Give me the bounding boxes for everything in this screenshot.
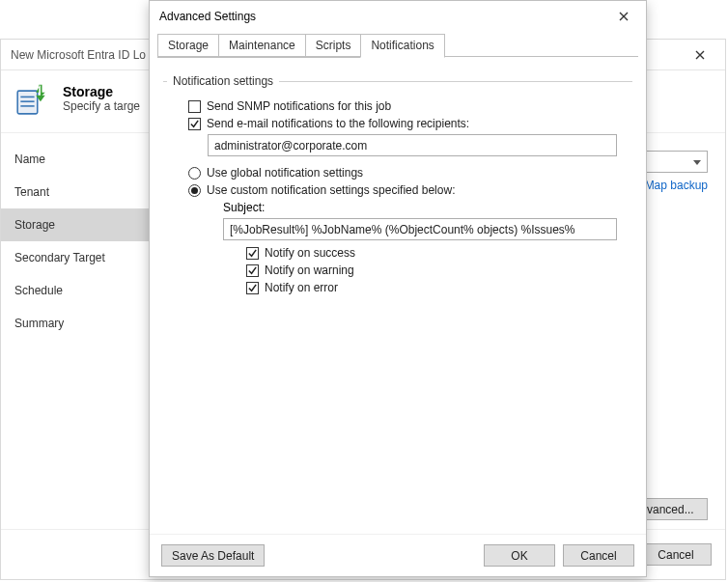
save-as-default-button[interactable]: Save As Default bbox=[161, 544, 265, 567]
wizard-title: New Microsoft Entra ID Lo bbox=[11, 48, 146, 62]
notify-warning-label: Notify on warning bbox=[265, 263, 354, 277]
advanced-settings-dialog: Advanced Settings Storage Maintenance Sc… bbox=[149, 0, 647, 577]
tab-maintenance[interactable]: Maintenance bbox=[218, 34, 306, 58]
nav-item-tenant[interactable]: Tenant bbox=[1, 176, 153, 208]
dialog-close-button[interactable] bbox=[607, 4, 640, 29]
use-custom-label: Use custom notification settings specifi… bbox=[207, 183, 455, 197]
wizard-nav: Name Tenant Storage Secondary Target Sch… bbox=[1, 133, 154, 532]
snmp-checkbox[interactable] bbox=[188, 100, 201, 113]
ok-button[interactable]: OK bbox=[484, 544, 555, 567]
tab-storage[interactable]: Storage bbox=[157, 34, 219, 58]
subject-label: Subject: bbox=[223, 201, 629, 214]
use-custom-radio[interactable] bbox=[188, 184, 201, 197]
wizard-step-title: Storage bbox=[63, 84, 140, 99]
email-recipients-input[interactable]: administrator@corporate.com bbox=[208, 134, 617, 156]
cancel-button[interactable]: Cancel bbox=[563, 544, 634, 567]
tab-scripts[interactable]: Scripts bbox=[305, 34, 362, 58]
email-checkbox[interactable] bbox=[188, 118, 201, 130]
wizard-step-subtitle: Specify a targe bbox=[63, 99, 140, 113]
subject-input[interactable]: [%JobResult%] %JobName% (%ObjectCount% o… bbox=[223, 218, 617, 240]
notify-success-label: Notify on success bbox=[265, 246, 355, 260]
dialog-title: Advanced Settings bbox=[159, 10, 256, 23]
nav-item-secondary-target[interactable]: Secondary Target bbox=[1, 241, 153, 274]
use-global-radio[interactable] bbox=[188, 167, 201, 180]
storage-icon bbox=[13, 78, 53, 119]
email-label: Send e-mail notifications to the followi… bbox=[207, 117, 469, 130]
nav-item-summary[interactable]: Summary bbox=[1, 307, 153, 340]
notification-settings-group: Notification settings Send SNMP notifica… bbox=[163, 74, 632, 298]
wizard-cancel-button[interactable]: Cancel bbox=[640, 543, 712, 566]
snmp-label: Send SNMP notifications for this job bbox=[207, 99, 391, 113]
tab-notifications[interactable]: Notifications bbox=[360, 34, 444, 58]
dialog-titlebar: Advanced Settings bbox=[150, 1, 646, 32]
subject-value: [%JobResult%] %JobName% (%ObjectCount% o… bbox=[230, 223, 574, 236]
nav-item-name[interactable]: Name bbox=[1, 143, 153, 176]
nav-item-storage[interactable]: Storage bbox=[1, 208, 153, 241]
nav-item-schedule[interactable]: Schedule bbox=[1, 274, 153, 307]
notify-success-checkbox[interactable] bbox=[246, 247, 259, 260]
notifications-panel: Notification settings Send SNMP notifica… bbox=[150, 57, 646, 534]
dialog-footer: Save As Default OK Cancel bbox=[150, 534, 646, 576]
notify-error-label: Notify on error bbox=[265, 281, 338, 294]
email-recipients-value: administrator@corporate.com bbox=[214, 139, 367, 152]
dialog-tabs: Storage Maintenance Scripts Notification… bbox=[150, 32, 646, 57]
notification-settings-legend: Notification settings bbox=[167, 74, 279, 88]
notify-error-checkbox[interactable] bbox=[246, 282, 259, 294]
notify-warning-checkbox[interactable] bbox=[246, 264, 259, 277]
close-icon[interactable] bbox=[685, 40, 715, 70]
use-global-label: Use global notification settings bbox=[207, 166, 363, 180]
